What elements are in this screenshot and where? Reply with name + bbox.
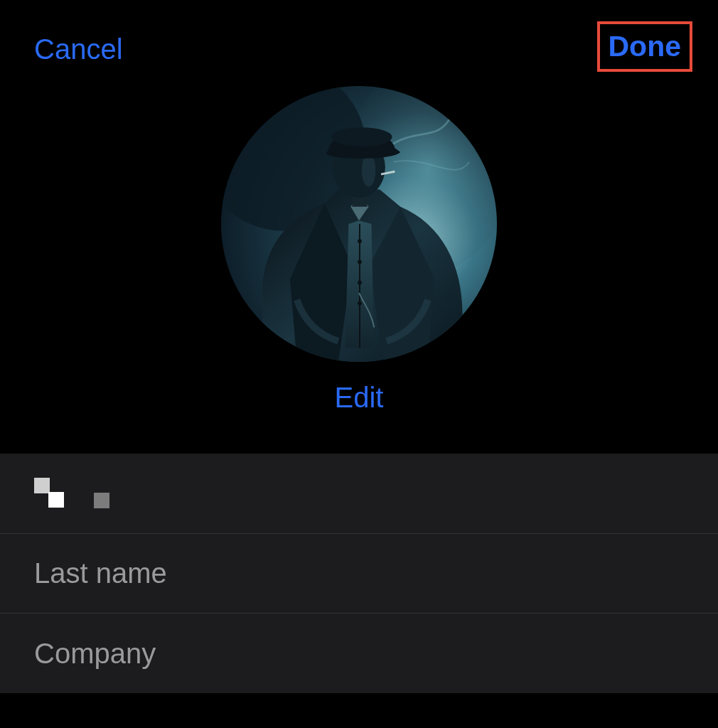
redacted-first-name-icon xyxy=(34,476,109,510)
header-bar: Cancel Done xyxy=(0,0,718,86)
avatar-section: Edit xyxy=(0,86,718,454)
svg-point-6 xyxy=(358,281,362,285)
first-name-row[interactable] xyxy=(0,454,718,534)
last-name-field[interactable] xyxy=(34,557,684,589)
last-name-row[interactable] xyxy=(0,534,718,614)
avatar-image xyxy=(221,86,497,362)
svg-point-7 xyxy=(358,301,362,306)
cancel-button[interactable]: Cancel xyxy=(34,33,123,65)
svg-point-11 xyxy=(331,127,392,146)
company-row[interactable] xyxy=(0,614,718,693)
done-button[interactable]: Done xyxy=(597,21,693,72)
company-field[interactable] xyxy=(34,638,684,670)
svg-point-5 xyxy=(358,259,362,264)
edit-avatar-button[interactable]: Edit xyxy=(335,382,384,414)
contact-avatar[interactable] xyxy=(221,86,497,362)
contact-form xyxy=(0,454,718,693)
svg-point-4 xyxy=(358,239,362,243)
